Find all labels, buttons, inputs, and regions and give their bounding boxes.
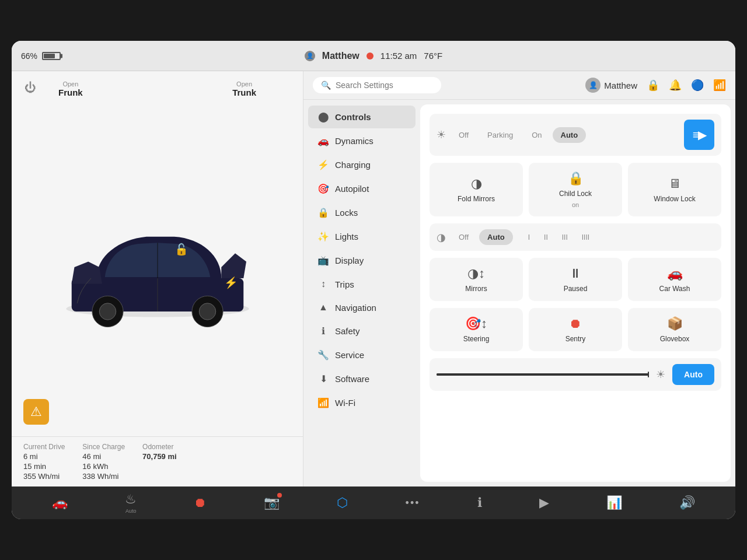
glovebox-icon: 📦 bbox=[667, 316, 683, 331]
nav-label-locks: Locks bbox=[335, 208, 358, 218]
nav-label-navigation: Navigation bbox=[335, 303, 376, 313]
steering-btn[interactable]: 🎯↕ Steering bbox=[430, 308, 523, 351]
wiper-off-btn[interactable]: Off bbox=[451, 229, 477, 245]
nav-label-lights: Lights bbox=[335, 232, 358, 242]
mirrors-btn[interactable]: ◑↕ Mirrors bbox=[430, 258, 523, 301]
taskbar-climate[interactable]: ♨ Auto bbox=[125, 492, 137, 514]
since-charge-stat: Since Charge 46 mi 16 kWh 338 Wh/mi bbox=[82, 443, 125, 481]
car-image-area: 🔓 ⚡ ⚠ bbox=[12, 97, 303, 436]
taskbar-volume[interactable]: 🔊 bbox=[679, 495, 695, 510]
fold-mirrors-btn[interactable]: ◑ Fold Mirrors bbox=[430, 163, 523, 216]
mirrors-label: Mirrors bbox=[465, 285, 487, 293]
glovebox-btn[interactable]: 📦 Glovebox bbox=[628, 308, 721, 351]
user-profile[interactable]: 👤 Matthew bbox=[585, 78, 637, 93]
sentry-btn[interactable]: ⏺ Sentry bbox=[529, 308, 622, 351]
wiper-options: Off Auto bbox=[451, 229, 513, 245]
brightness-auto-btn[interactable]: Auto bbox=[672, 364, 714, 385]
svg-point-5 bbox=[99, 303, 116, 320]
svg-text:⚡: ⚡ bbox=[224, 276, 238, 289]
child-lock-btn[interactable]: 🔒 Child Lock on bbox=[529, 163, 622, 216]
nav-item-trips[interactable]: ↕ Trips bbox=[308, 273, 416, 295]
nav-item-charging[interactable]: ⚡ Charging bbox=[308, 153, 416, 176]
nav-label-trips: Trips bbox=[335, 279, 354, 289]
camera-badge bbox=[277, 493, 282, 498]
taskbar-more[interactable]: ••• bbox=[406, 497, 420, 509]
search-input-wrap[interactable]: 🔍 bbox=[313, 77, 441, 93]
power-button[interactable]: ⏻ bbox=[21, 78, 40, 97]
lights-on-btn[interactable]: On bbox=[523, 127, 550, 143]
nav-item-service[interactable]: 🔧 Service bbox=[308, 344, 416, 366]
current-drive-stat: Current Drive 6 mi 15 min 355 Wh/mi bbox=[23, 443, 65, 481]
taskbar-equalizer[interactable]: 📊 bbox=[606, 495, 622, 510]
lights-icon: ✨ bbox=[317, 231, 329, 242]
nav-item-lights[interactable]: ✨ Lights bbox=[308, 225, 416, 248]
headlight-icon: ≡▶ bbox=[693, 128, 706, 142]
nav-item-safety[interactable]: ℹ Safety bbox=[308, 320, 416, 342]
wiper-speed-2[interactable]: II bbox=[538, 230, 554, 245]
glovebox-label: Glovebox bbox=[660, 335, 690, 343]
bell-icon[interactable]: 🔔 bbox=[669, 79, 682, 92]
nav-item-wifi[interactable]: 📶 Wi-Fi bbox=[308, 391, 416, 414]
bluetooth-top-icon[interactable]: 🔵 bbox=[691, 79, 704, 92]
user-avatar: 👤 bbox=[585, 78, 601, 93]
nav-label-charging: Charging bbox=[335, 160, 371, 170]
headlight-button[interactable]: ≡▶ bbox=[684, 120, 714, 150]
lights-parking-btn[interactable]: Parking bbox=[479, 127, 521, 143]
feature-row-1: ◑ Fold Mirrors 🔒 Child Lock on 🖥 Window … bbox=[430, 163, 721, 216]
taskbar-info[interactable]: ℹ bbox=[477, 495, 482, 510]
warning-badge[interactable]: ⚠ bbox=[23, 399, 49, 425]
taskbar-bluetooth[interactable]: ⬡ bbox=[337, 495, 348, 510]
window-lock-icon: 🖥 bbox=[668, 176, 681, 191]
nav-item-controls[interactable]: ⬤ Controls bbox=[308, 106, 416, 128]
battery-fill bbox=[44, 54, 54, 58]
taskbar-record[interactable]: ⏺ bbox=[194, 495, 207, 510]
navigation-icon: ▲ bbox=[317, 302, 329, 313]
trips-icon: ↕ bbox=[317, 279, 329, 289]
status-username: Matthew bbox=[322, 51, 359, 61]
taskbar-car[interactable]: 🚗 bbox=[52, 495, 68, 510]
camera-btn[interactable]: ⏸ Paused bbox=[529, 258, 622, 301]
svg-point-7 bbox=[199, 303, 216, 320]
wiper-auto-btn[interactable]: Auto bbox=[479, 229, 513, 245]
nav-item-display[interactable]: 📺 Display bbox=[308, 249, 416, 272]
controls-panel: ☀ Off Parking On Auto ≡▶ bbox=[420, 104, 731, 482]
brightness-row: ☀ Auto bbox=[430, 358, 721, 391]
taskbar-play[interactable]: ▶ bbox=[539, 495, 549, 510]
wiper-speed-4[interactable]: IIII bbox=[576, 230, 595, 245]
search-input[interactable] bbox=[336, 80, 433, 90]
frunk-label[interactable]: Open Frunk bbox=[58, 80, 83, 97]
controls-icon: ⬤ bbox=[317, 111, 329, 123]
nav-item-software[interactable]: ⬇ Software bbox=[308, 368, 416, 390]
equalizer-icon: 📊 bbox=[606, 495, 622, 510]
lock-top-icon[interactable]: 🔒 bbox=[647, 79, 659, 92]
nav-label-service: Service bbox=[335, 350, 364, 360]
status-temp: 76°F bbox=[424, 51, 442, 61]
status-bar: 66% 👤 Matthew 11:52 am 76°F bbox=[12, 41, 735, 71]
car-wash-btn[interactable]: 🚗 Car Wash bbox=[628, 258, 721, 301]
nav-item-dynamics[interactable]: 🚗 Dynamics bbox=[308, 130, 416, 152]
taskbar: 🚗 ♨ Auto ⏺ 📷 ⬡ ••• ℹ ▶ 📊 🔊 bbox=[12, 487, 735, 519]
lights-off-btn[interactable]: Off bbox=[451, 127, 477, 143]
right-panel: 🔍 👤 Matthew 🔒 🔔 🔵 📶 bbox=[303, 71, 735, 487]
lights-auto-btn[interactable]: Auto bbox=[553, 127, 587, 143]
taskbar-camera[interactable]: 📷 bbox=[264, 495, 280, 510]
wiper-section: ◑ Off Auto I II III IIII bbox=[430, 223, 721, 251]
sentry-icon: ⏺ bbox=[569, 316, 582, 331]
child-lock-icon: 🔒 bbox=[568, 171, 584, 186]
trunk-label[interactable]: Open Trunk bbox=[232, 80, 256, 97]
wiper-speed-3[interactable]: III bbox=[556, 230, 574, 245]
wifi-top-icon[interactable]: 📶 bbox=[713, 79, 726, 92]
window-lock-label: Window Lock bbox=[654, 195, 695, 203]
brightness-slider[interactable] bbox=[437, 373, 649, 376]
window-lock-btn[interactable]: 🖥 Window Lock bbox=[628, 163, 721, 216]
status-bar-left: 66% bbox=[21, 51, 305, 61]
since-charge-kwh: 16 kWh bbox=[82, 462, 125, 471]
child-lock-label: Child Lock bbox=[559, 190, 592, 198]
wiper-speed-1[interactable]: I bbox=[522, 230, 536, 245]
nav-item-navigation[interactable]: ▲ Navigation bbox=[308, 296, 416, 318]
bluetooth-taskbar-icon: ⬡ bbox=[337, 495, 348, 510]
nav-item-locks[interactable]: 🔒 Locks bbox=[308, 201, 416, 224]
record-dot bbox=[366, 52, 374, 60]
lights-section: ☀ Off Parking On Auto ≡▶ bbox=[430, 114, 721, 156]
nav-item-autopilot[interactable]: 🎯 Autopilot bbox=[308, 177, 416, 200]
